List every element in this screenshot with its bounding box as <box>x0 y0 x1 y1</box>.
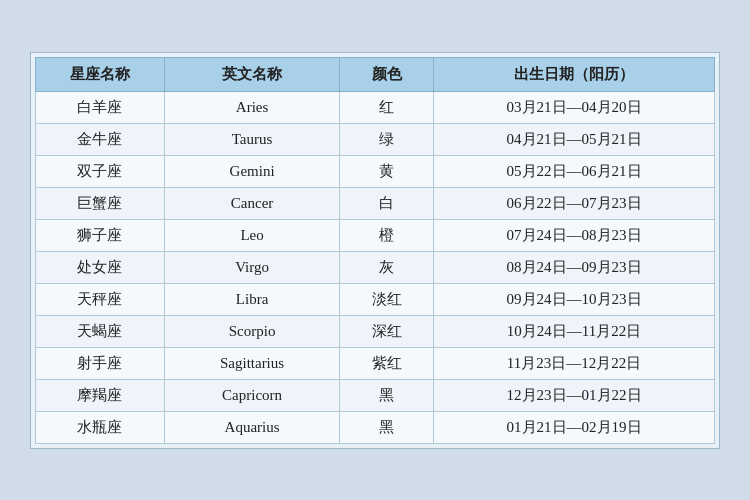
table-row: 射手座Sagittarius紫红11月23日—12月22日 <box>36 347 715 379</box>
cell-en: Virgo <box>164 251 340 283</box>
table-row: 天蝎座Scorpio深红10月24日—11月22日 <box>36 315 715 347</box>
cell-date: 09月24日—10月23日 <box>434 283 715 315</box>
cell-color: 白 <box>340 187 434 219</box>
cell-date: 11月23日—12月22日 <box>434 347 715 379</box>
table-row: 天秤座Libra淡红09月24日—10月23日 <box>36 283 715 315</box>
header-date: 出生日期（阳历） <box>434 57 715 91</box>
cell-date: 12月23日—01月22日 <box>434 379 715 411</box>
header-en: 英文名称 <box>164 57 340 91</box>
zodiac-table: 星座名称 英文名称 颜色 出生日期（阳历） 白羊座Aries红03月21日—04… <box>35 57 715 444</box>
table-row: 处女座Virgo灰08月24日—09月23日 <box>36 251 715 283</box>
cell-color: 黄 <box>340 155 434 187</box>
cell-color: 淡红 <box>340 283 434 315</box>
cell-en: Aquarius <box>164 411 340 443</box>
cell-en: Sagittarius <box>164 347 340 379</box>
cell-zh: 白羊座 <box>36 91 165 123</box>
header-zh: 星座名称 <box>36 57 165 91</box>
cell-en: Capricorn <box>164 379 340 411</box>
cell-color: 深红 <box>340 315 434 347</box>
cell-zh: 处女座 <box>36 251 165 283</box>
cell-date: 08月24日—09月23日 <box>434 251 715 283</box>
cell-color: 灰 <box>340 251 434 283</box>
cell-color: 红 <box>340 91 434 123</box>
cell-en: Leo <box>164 219 340 251</box>
cell-en: Libra <box>164 283 340 315</box>
cell-date: 06月22日—07月23日 <box>434 187 715 219</box>
cell-zh: 巨蟹座 <box>36 187 165 219</box>
cell-en: Gemini <box>164 155 340 187</box>
table-row: 白羊座Aries红03月21日—04月20日 <box>36 91 715 123</box>
cell-en: Taurus <box>164 123 340 155</box>
header-color: 颜色 <box>340 57 434 91</box>
table-body: 白羊座Aries红03月21日—04月20日金牛座Taurus绿04月21日—0… <box>36 91 715 443</box>
cell-date: 10月24日—11月22日 <box>434 315 715 347</box>
table-row: 金牛座Taurus绿04月21日—05月21日 <box>36 123 715 155</box>
table-row: 狮子座Leo橙07月24日—08月23日 <box>36 219 715 251</box>
cell-color: 紫红 <box>340 347 434 379</box>
cell-zh: 摩羯座 <box>36 379 165 411</box>
cell-zh: 金牛座 <box>36 123 165 155</box>
table-row: 双子座Gemini黄05月22日—06月21日 <box>36 155 715 187</box>
cell-zh: 射手座 <box>36 347 165 379</box>
cell-date: 07月24日—08月23日 <box>434 219 715 251</box>
cell-date: 03月21日—04月20日 <box>434 91 715 123</box>
cell-en: Aries <box>164 91 340 123</box>
cell-date: 04月21日—05月21日 <box>434 123 715 155</box>
cell-color: 黑 <box>340 411 434 443</box>
cell-date: 05月22日—06月21日 <box>434 155 715 187</box>
table-row: 水瓶座Aquarius黑01月21日—02月19日 <box>36 411 715 443</box>
cell-en: Scorpio <box>164 315 340 347</box>
cell-color: 黑 <box>340 379 434 411</box>
cell-en: Cancer <box>164 187 340 219</box>
cell-zh: 天蝎座 <box>36 315 165 347</box>
table-row: 巨蟹座Cancer白06月22日—07月23日 <box>36 187 715 219</box>
table-header-row: 星座名称 英文名称 颜色 出生日期（阳历） <box>36 57 715 91</box>
cell-zh: 天秤座 <box>36 283 165 315</box>
cell-color: 橙 <box>340 219 434 251</box>
cell-zh: 狮子座 <box>36 219 165 251</box>
cell-zh: 双子座 <box>36 155 165 187</box>
cell-zh: 水瓶座 <box>36 411 165 443</box>
cell-date: 01月21日—02月19日 <box>434 411 715 443</box>
table-row: 摩羯座Capricorn黑12月23日—01月22日 <box>36 379 715 411</box>
zodiac-table-container: 星座名称 英文名称 颜色 出生日期（阳历） 白羊座Aries红03月21日—04… <box>30 52 720 449</box>
cell-color: 绿 <box>340 123 434 155</box>
